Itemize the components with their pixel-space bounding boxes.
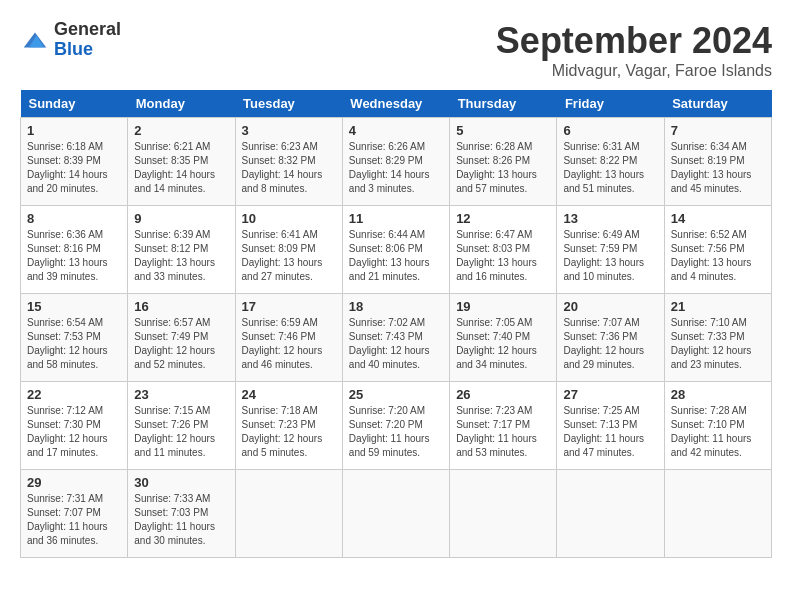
- day-number: 17: [242, 299, 336, 314]
- header-tuesday: Tuesday: [235, 90, 342, 118]
- day-info: Sunrise: 6:26 AM Sunset: 8:29 PM Dayligh…: [349, 140, 443, 196]
- calendar-cell: 13 Sunrise: 6:49 AM Sunset: 7:59 PM Dayl…: [557, 206, 664, 294]
- day-info: Sunrise: 6:36 AM Sunset: 8:16 PM Dayligh…: [27, 228, 121, 284]
- day-number: 1: [27, 123, 121, 138]
- calendar-body: 1 Sunrise: 6:18 AM Sunset: 8:39 PM Dayli…: [21, 118, 772, 558]
- location-subtitle: Midvagur, Vagar, Faroe Islands: [496, 62, 772, 80]
- day-info: Sunrise: 7:28 AM Sunset: 7:10 PM Dayligh…: [671, 404, 765, 460]
- day-number: 8: [27, 211, 121, 226]
- logo-text: General Blue: [54, 20, 121, 60]
- day-info: Sunrise: 6:34 AM Sunset: 8:19 PM Dayligh…: [671, 140, 765, 196]
- day-number: 14: [671, 211, 765, 226]
- day-number: 5: [456, 123, 550, 138]
- calendar-cell: 14 Sunrise: 6:52 AM Sunset: 7:56 PM Dayl…: [664, 206, 771, 294]
- calendar-cell: 27 Sunrise: 7:25 AM Sunset: 7:13 PM Dayl…: [557, 382, 664, 470]
- calendar-cell: 16 Sunrise: 6:57 AM Sunset: 7:49 PM Dayl…: [128, 294, 235, 382]
- calendar-cell: 25 Sunrise: 7:20 AM Sunset: 7:20 PM Dayl…: [342, 382, 449, 470]
- day-info: Sunrise: 6:39 AM Sunset: 8:12 PM Dayligh…: [134, 228, 228, 284]
- header-saturday: Saturday: [664, 90, 771, 118]
- day-info: Sunrise: 7:23 AM Sunset: 7:17 PM Dayligh…: [456, 404, 550, 460]
- calendar-cell: 4 Sunrise: 6:26 AM Sunset: 8:29 PM Dayli…: [342, 118, 449, 206]
- day-number: 19: [456, 299, 550, 314]
- day-number: 2: [134, 123, 228, 138]
- header-monday: Monday: [128, 90, 235, 118]
- day-number: 22: [27, 387, 121, 402]
- day-number: 15: [27, 299, 121, 314]
- day-info: Sunrise: 6:18 AM Sunset: 8:39 PM Dayligh…: [27, 140, 121, 196]
- calendar-cell: 21 Sunrise: 7:10 AM Sunset: 7:33 PM Dayl…: [664, 294, 771, 382]
- calendar-cell: 30 Sunrise: 7:33 AM Sunset: 7:03 PM Dayl…: [128, 470, 235, 558]
- header-sunday: Sunday: [21, 90, 128, 118]
- calendar-row: 8 Sunrise: 6:36 AM Sunset: 8:16 PM Dayli…: [21, 206, 772, 294]
- calendar-header: Sunday Monday Tuesday Wednesday Thursday…: [21, 90, 772, 118]
- day-number: 3: [242, 123, 336, 138]
- day-info: Sunrise: 6:41 AM Sunset: 8:09 PM Dayligh…: [242, 228, 336, 284]
- day-info: Sunrise: 7:31 AM Sunset: 7:07 PM Dayligh…: [27, 492, 121, 548]
- calendar-cell: [664, 470, 771, 558]
- day-info: Sunrise: 6:44 AM Sunset: 8:06 PM Dayligh…: [349, 228, 443, 284]
- day-number: 6: [563, 123, 657, 138]
- day-info: Sunrise: 7:18 AM Sunset: 7:23 PM Dayligh…: [242, 404, 336, 460]
- title-area: September 2024 Midvagur, Vagar, Faroe Is…: [496, 20, 772, 80]
- calendar-cell: 1 Sunrise: 6:18 AM Sunset: 8:39 PM Dayli…: [21, 118, 128, 206]
- day-info: Sunrise: 6:21 AM Sunset: 8:35 PM Dayligh…: [134, 140, 228, 196]
- day-number: 27: [563, 387, 657, 402]
- logo-line2: Blue: [54, 39, 93, 59]
- day-number: 21: [671, 299, 765, 314]
- calendar-cell: 28 Sunrise: 7:28 AM Sunset: 7:10 PM Dayl…: [664, 382, 771, 470]
- day-info: Sunrise: 6:57 AM Sunset: 7:49 PM Dayligh…: [134, 316, 228, 372]
- day-info: Sunrise: 6:59 AM Sunset: 7:46 PM Dayligh…: [242, 316, 336, 372]
- calendar-cell: 18 Sunrise: 7:02 AM Sunset: 7:43 PM Dayl…: [342, 294, 449, 382]
- calendar-cell: 15 Sunrise: 6:54 AM Sunset: 7:53 PM Dayl…: [21, 294, 128, 382]
- calendar-row: 29 Sunrise: 7:31 AM Sunset: 7:07 PM Dayl…: [21, 470, 772, 558]
- calendar-cell: 23 Sunrise: 7:15 AM Sunset: 7:26 PM Dayl…: [128, 382, 235, 470]
- calendar-cell: 22 Sunrise: 7:12 AM Sunset: 7:30 PM Dayl…: [21, 382, 128, 470]
- day-number: 11: [349, 211, 443, 226]
- day-number: 28: [671, 387, 765, 402]
- day-info: Sunrise: 6:28 AM Sunset: 8:26 PM Dayligh…: [456, 140, 550, 196]
- day-info: Sunrise: 6:49 AM Sunset: 7:59 PM Dayligh…: [563, 228, 657, 284]
- day-info: Sunrise: 6:47 AM Sunset: 8:03 PM Dayligh…: [456, 228, 550, 284]
- calendar-cell: 5 Sunrise: 6:28 AM Sunset: 8:26 PM Dayli…: [450, 118, 557, 206]
- day-number: 9: [134, 211, 228, 226]
- logo-icon: [20, 26, 50, 54]
- day-info: Sunrise: 7:07 AM Sunset: 7:36 PM Dayligh…: [563, 316, 657, 372]
- day-number: 10: [242, 211, 336, 226]
- day-info: Sunrise: 7:12 AM Sunset: 7:30 PM Dayligh…: [27, 404, 121, 460]
- calendar-row: 1 Sunrise: 6:18 AM Sunset: 8:39 PM Dayli…: [21, 118, 772, 206]
- day-number: 7: [671, 123, 765, 138]
- calendar-cell: 11 Sunrise: 6:44 AM Sunset: 8:06 PM Dayl…: [342, 206, 449, 294]
- day-number: 24: [242, 387, 336, 402]
- day-info: Sunrise: 6:54 AM Sunset: 7:53 PM Dayligh…: [27, 316, 121, 372]
- calendar-row: 22 Sunrise: 7:12 AM Sunset: 7:30 PM Dayl…: [21, 382, 772, 470]
- day-number: 13: [563, 211, 657, 226]
- day-number: 18: [349, 299, 443, 314]
- logo: General Blue: [20, 20, 121, 60]
- header: General Blue September 2024 Midvagur, Va…: [20, 20, 772, 80]
- day-number: 30: [134, 475, 228, 490]
- day-info: Sunrise: 7:10 AM Sunset: 7:33 PM Dayligh…: [671, 316, 765, 372]
- day-info: Sunrise: 7:33 AM Sunset: 7:03 PM Dayligh…: [134, 492, 228, 548]
- header-wednesday: Wednesday: [342, 90, 449, 118]
- day-info: Sunrise: 7:20 AM Sunset: 7:20 PM Dayligh…: [349, 404, 443, 460]
- calendar-cell: 29 Sunrise: 7:31 AM Sunset: 7:07 PM Dayl…: [21, 470, 128, 558]
- calendar-cell: 9 Sunrise: 6:39 AM Sunset: 8:12 PM Dayli…: [128, 206, 235, 294]
- calendar-cell: 20 Sunrise: 7:07 AM Sunset: 7:36 PM Dayl…: [557, 294, 664, 382]
- month-title: September 2024: [496, 20, 772, 62]
- header-friday: Friday: [557, 90, 664, 118]
- day-number: 4: [349, 123, 443, 138]
- header-thursday: Thursday: [450, 90, 557, 118]
- day-number: 26: [456, 387, 550, 402]
- calendar-cell: 24 Sunrise: 7:18 AM Sunset: 7:23 PM Dayl…: [235, 382, 342, 470]
- day-number: 29: [27, 475, 121, 490]
- day-number: 20: [563, 299, 657, 314]
- calendar-cell: 26 Sunrise: 7:23 AM Sunset: 7:17 PM Dayl…: [450, 382, 557, 470]
- calendar-cell: 17 Sunrise: 6:59 AM Sunset: 7:46 PM Dayl…: [235, 294, 342, 382]
- day-info: Sunrise: 7:02 AM Sunset: 7:43 PM Dayligh…: [349, 316, 443, 372]
- day-info: Sunrise: 7:15 AM Sunset: 7:26 PM Dayligh…: [134, 404, 228, 460]
- day-info: Sunrise: 7:05 AM Sunset: 7:40 PM Dayligh…: [456, 316, 550, 372]
- calendar-cell: [557, 470, 664, 558]
- calendar-cell: 6 Sunrise: 6:31 AM Sunset: 8:22 PM Dayli…: [557, 118, 664, 206]
- calendar-cell: 19 Sunrise: 7:05 AM Sunset: 7:40 PM Dayl…: [450, 294, 557, 382]
- day-info: Sunrise: 6:52 AM Sunset: 7:56 PM Dayligh…: [671, 228, 765, 284]
